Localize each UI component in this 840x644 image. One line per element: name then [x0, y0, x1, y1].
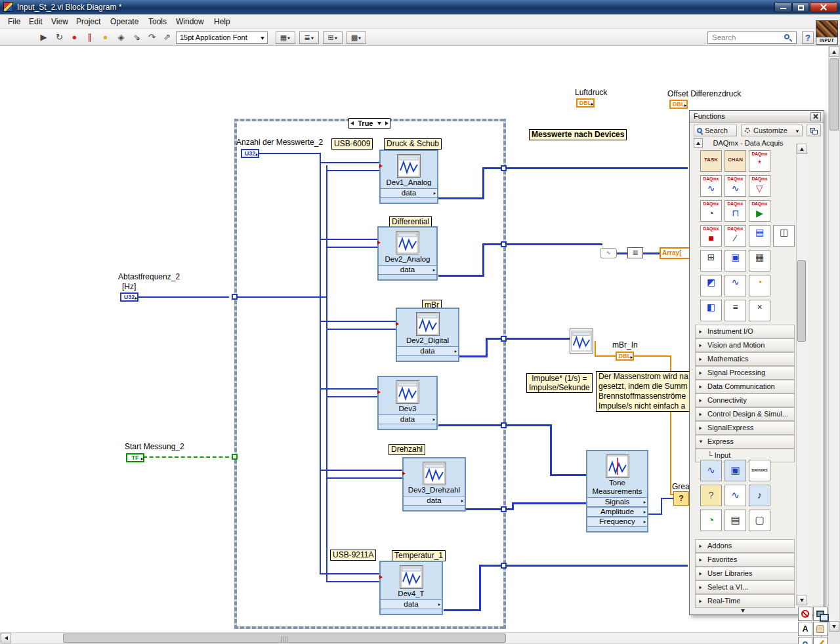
palette-icon-daqmx-read[interactable]: DAQmx∿	[700, 175, 722, 197]
output-data-row[interactable]: data	[381, 188, 437, 198]
palette-icon-channel[interactable]: CHAN	[724, 150, 746, 172]
palette-category-vision-motion[interactable]: Vision and Motion	[695, 338, 795, 352]
menu-help[interactable]: Help	[211, 16, 233, 27]
palette-search-button[interactable]: Search	[694, 125, 737, 136]
reorder-button[interactable]: ▩	[346, 31, 366, 44]
step-over-button[interactable]: ↷	[145, 31, 159, 44]
palette-section-header[interactable]: DAQmx - Data Acquis	[694, 138, 793, 148]
convert-from-dynamic-data-node[interactable]: ∿	[600, 248, 617, 258]
express-vi-dev4-t[interactable]: Dev4_T data	[379, 561, 443, 615]
express-vi-dev3[interactable]: Dev3 data	[377, 376, 438, 430]
palette-category-express[interactable]: Express	[695, 435, 795, 449]
menu-project[interactable]: Project	[74, 16, 103, 27]
pause-button[interactable]: ∥	[83, 31, 96, 44]
palette-icon-file[interactable]: ▢	[749, 510, 770, 531]
output-data-row[interactable]: data	[379, 265, 436, 275]
palette-icon-task-node[interactable]: ▣	[724, 250, 746, 272]
palette-icon-keyboard[interactable]: ▤	[724, 510, 746, 531]
palette-pin-button[interactable]	[807, 125, 821, 136]
palette-icon-daqmx-wait[interactable]: DAQmx⊓	[724, 200, 746, 222]
scroll-down-button[interactable]	[797, 595, 807, 605]
palette-icon-daqmx-write[interactable]: DAQmx∿	[724, 175, 746, 197]
font-selector[interactable]: 15pt Application Font	[176, 31, 268, 44]
palette-category-user-libraries[interactable]: User Libraries	[695, 567, 795, 580]
output-data-row[interactable]: data	[404, 496, 465, 506]
palette-icon-channel-node[interactable]: ▦	[749, 250, 770, 272]
color-tool[interactable]	[813, 637, 828, 644]
to-array-node[interactable]: ▥	[627, 247, 643, 258]
palette-scrollbar[interactable]	[796, 144, 807, 605]
express-vi-tone-measurements[interactable]: Tone Measurements Signals Amplitude Freq…	[586, 450, 648, 533]
palette-icon-dial[interactable]: ◔	[700, 510, 722, 531]
scaling-node[interactable]	[570, 329, 593, 353]
palette-icon-daq-assistant[interactable]: ∿	[700, 460, 722, 481]
express-vi-dev3-drehzahl[interactable]: Dev3_Drehzahl data	[402, 457, 466, 512]
palette-icon-daqmx-stop[interactable]: DAQmx■	[700, 225, 722, 247]
menu-file[interactable]: File	[5, 16, 23, 27]
palette-icon-properties[interactable]: ⊞	[700, 250, 722, 272]
palette-icon-daqmx-trigger[interactable]: DAQmx▽	[749, 175, 770, 197]
palette-icon-device[interactable]: ▤	[749, 225, 770, 247]
palette-icon-advanced[interactable]: ×	[749, 300, 770, 321]
palette-icon-read-measurement[interactable]: ∿	[724, 485, 746, 506]
output-signals-row[interactable]: Signals	[587, 497, 647, 507]
output-data-row[interactable]: data	[379, 414, 436, 424]
palette-category-signalexpress[interactable]: SignalExpress	[695, 421, 795, 435]
edit-text-tool[interactable]: A	[798, 622, 812, 636]
distribute-objects-button[interactable]: ≣	[299, 31, 319, 44]
vertical-scrollbar-thumb[interactable]	[830, 58, 839, 131]
menu-edit[interactable]: Edit	[26, 16, 45, 27]
palette-icon-instrument-drivers[interactable]: DRIVERS	[749, 460, 770, 481]
step-out-button[interactable]: ⇗	[160, 31, 174, 44]
window-switch-tool[interactable]	[813, 607, 828, 621]
maximize-button[interactable]	[792, 2, 809, 12]
terminal-abtastfrequenz-u32[interactable]: U32	[120, 292, 138, 302]
terminal-anzahl-u32[interactable]: U32	[241, 149, 259, 158]
output-amplitude-row[interactable]: Amplitude	[587, 507, 647, 517]
next-case-icon[interactable]	[385, 121, 388, 125]
menu-view[interactable]: View	[49, 16, 71, 27]
palette-icon-instrument-assistant[interactable]: ▣	[724, 460, 746, 481]
palette-icon-waveform[interactable]: ∿	[724, 275, 746, 296]
vi-icon[interactable]: INPUT	[816, 20, 838, 45]
palette-scrollbar-thumb[interactable]	[797, 260, 806, 342]
vertical-scrollbar[interactable]	[828, 46, 840, 632]
palette-category-addons[interactable]: Addons	[695, 539, 795, 553]
palette-category-instrument-io[interactable]: Instrument I/O	[695, 325, 795, 338]
palette-icon-daqmx-clear[interactable]: DAQmx∕	[724, 225, 746, 247]
palette-icon-device-config[interactable]: ◫	[773, 225, 795, 247]
palette-customize-button[interactable]: Customize	[741, 125, 803, 136]
array-indicator-terminal[interactable]: Array[	[660, 247, 690, 259]
palette-category-data-communication[interactable]: Data Communication	[695, 380, 795, 393]
case-selector[interactable]: True	[348, 118, 390, 129]
align-objects-button[interactable]: ▦	[276, 31, 295, 44]
close-button[interactable]	[810, 2, 837, 12]
palette-select-a-vi[interactable]: Select a VI...	[695, 580, 795, 594]
terminal-luftdruck-dbl[interactable]: DBL	[576, 98, 595, 108]
scroll-left-button[interactable]	[1, 633, 11, 643]
context-help-button[interactable]: ?	[802, 31, 814, 44]
probe-tool[interactable]	[798, 637, 812, 644]
palette-icon-task-list[interactable]: ≡	[724, 300, 746, 321]
run-button[interactable]: ▶	[37, 31, 51, 44]
palette-close-button[interactable]	[810, 112, 821, 121]
breakpoint-tool[interactable]	[798, 607, 812, 621]
palette-icon-task[interactable]: TASK	[700, 150, 722, 172]
title-bar[interactable]: Input_St_2.vi Block Diagram *	[0, 0, 840, 14]
express-vi-dev2-analog[interactable]: Dev2_Analog data	[377, 226, 438, 281]
palette-icon-acquire-sound[interactable]: ♪	[749, 485, 770, 506]
run-continuous-button[interactable]: ↻	[52, 31, 66, 44]
palette-category-connectivity[interactable]: Connectivity	[695, 393, 795, 407]
palette-title-bar[interactable]: Functions	[690, 111, 824, 123]
palette-category-mathematics[interactable]: Mathematics	[695, 352, 795, 366]
palette-icon-daqmx-start[interactable]: DAQmx▶	[749, 200, 770, 222]
palette-icon-timing-node[interactable]: ◔	[749, 275, 770, 296]
palette-icon-daqmx-create[interactable]: DAQmx*	[749, 150, 770, 172]
palette-icon-device-util[interactable]: ◧	[700, 300, 722, 321]
palette-category-favorites[interactable]: Favorites	[695, 553, 795, 567]
search-input[interactable]: Search	[707, 31, 797, 44]
previous-case-icon[interactable]	[350, 121, 354, 125]
palette-category-control-design[interactable]: Control Design & Simul...	[695, 407, 795, 421]
palette-category-signal-processing[interactable]: Signal Processing	[695, 366, 795, 380]
express-vi-dev1-analog[interactable]: Dev1_Analog data	[379, 150, 438, 204]
